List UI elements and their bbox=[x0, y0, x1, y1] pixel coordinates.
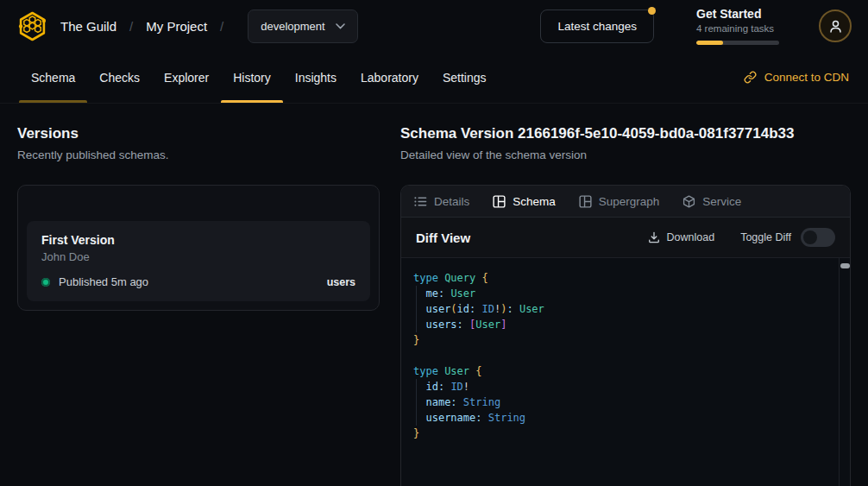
code-line: type User { bbox=[413, 363, 836, 379]
target-selector-value: development bbox=[261, 20, 324, 33]
versions-subtitle: Recently published schemas. bbox=[17, 148, 380, 163]
versions-title: Versions bbox=[17, 124, 380, 143]
sdl-code-viewer[interactable]: type Query { me: User user(id: ID!): Use… bbox=[401, 258, 850, 486]
download-label: Download bbox=[667, 231, 715, 243]
breadcrumb-separator: / bbox=[129, 19, 133, 34]
code-line: } bbox=[413, 426, 836, 441]
columns-icon bbox=[579, 195, 592, 208]
nav-tab-explorer[interactable]: Explorer bbox=[152, 52, 221, 103]
latest-changes-button[interactable]: Latest changes bbox=[540, 9, 654, 43]
nav-tab-settings[interactable]: Settings bbox=[431, 52, 499, 103]
diff-view-title: Diff View bbox=[416, 230, 470, 245]
connect-to-cdn-label: Connect to CDN bbox=[764, 71, 849, 84]
breadcrumb-project[interactable]: My Project bbox=[146, 19, 207, 34]
nav-tab-checks[interactable]: Checks bbox=[87, 52, 152, 103]
tab-details[interactable]: Details bbox=[414, 195, 469, 208]
code-scrollbar[interactable] bbox=[839, 258, 850, 486]
nav-tab-history[interactable]: History bbox=[221, 52, 283, 103]
notification-dot bbox=[648, 7, 656, 15]
breadcrumb: The Guild / My Project / bbox=[60, 19, 223, 34]
page-tabs: Schema Checks Explorer History Insights … bbox=[0, 52, 868, 104]
nav-tab-label: Schema bbox=[31, 71, 75, 85]
tab-service[interactable]: Service bbox=[682, 195, 741, 208]
tab-label: Supergraph bbox=[599, 195, 660, 208]
nav-tab-label: History bbox=[233, 71, 271, 85]
user-avatar-button[interactable] bbox=[819, 9, 852, 42]
toggle-diff-label: Toggle Diff bbox=[740, 231, 791, 243]
toggle-diff-switch[interactable] bbox=[801, 228, 835, 247]
code-line: id: ID! bbox=[413, 379, 836, 394]
get-started-progress-track bbox=[696, 41, 779, 45]
latest-changes-label: Latest changes bbox=[557, 20, 637, 33]
version-list-item[interactable]: First Version John Doe Published 5m ago … bbox=[27, 221, 370, 301]
nav-tab-insights[interactable]: Insights bbox=[283, 52, 349, 103]
code-line: user(id: ID!): User bbox=[413, 301, 836, 317]
code-line: me: User bbox=[413, 286, 836, 301]
connect-to-cdn-link[interactable]: Connect to CDN bbox=[744, 52, 849, 103]
download-icon bbox=[648, 231, 660, 243]
version-service-badge: users bbox=[327, 276, 355, 288]
code-line: name: String bbox=[413, 394, 836, 410]
target-selector[interactable]: development bbox=[248, 9, 357, 43]
nav-tab-label: Insights bbox=[295, 71, 337, 85]
columns-icon bbox=[493, 195, 506, 208]
scrollbar-thumb[interactable] bbox=[840, 263, 850, 268]
link-icon bbox=[744, 71, 757, 84]
version-author: John Doe bbox=[41, 250, 355, 264]
code-line: type Query { bbox=[413, 270, 836, 286]
schema-detail-card: Details Schema Supergraph bbox=[400, 185, 851, 486]
guild-logo-icon[interactable] bbox=[16, 10, 48, 42]
tab-supergraph[interactable]: Supergraph bbox=[579, 195, 660, 208]
tab-schema[interactable]: Schema bbox=[493, 195, 556, 208]
detail-tab-bar: Details Schema Supergraph bbox=[401, 186, 850, 218]
breadcrumb-separator: / bbox=[220, 19, 223, 34]
versions-panel: Versions Recently published schemas. Fir… bbox=[17, 124, 380, 486]
nav-tab-label: Checks bbox=[99, 71, 140, 85]
main-content: Versions Recently published schemas. Fir… bbox=[0, 104, 868, 486]
breadcrumb-org[interactable]: The Guild bbox=[60, 19, 116, 34]
toggle-knob bbox=[803, 230, 817, 244]
code-line: } bbox=[413, 332, 836, 348]
cube-icon bbox=[682, 195, 695, 208]
top-header: The Guild / My Project / development Lat… bbox=[0, 0, 868, 52]
get-started-widget[interactable]: Get Started 4 remaining tasks bbox=[696, 7, 779, 45]
nav-tab-label: Settings bbox=[443, 71, 487, 85]
code-lines: type Query { me: User user(id: ID!): Use… bbox=[413, 270, 836, 441]
version-detail-title: Schema Version 2166196f-5e10-4059-bd0a-0… bbox=[400, 124, 851, 143]
get-started-subtitle: 4 remaining tasks bbox=[696, 22, 779, 35]
nav-tab-laboratory[interactable]: Laboratory bbox=[349, 52, 431, 103]
published-status-dot-icon bbox=[41, 278, 50, 287]
diff-view-header: Diff View Download Toggle Diff bbox=[401, 218, 850, 258]
nav-tab-schema[interactable]: Schema bbox=[19, 52, 87, 103]
version-name: First Version bbox=[41, 232, 355, 248]
version-status: Published 5m ago bbox=[59, 275, 148, 288]
chevron-down-icon bbox=[336, 23, 345, 29]
tab-label: Service bbox=[702, 195, 741, 208]
version-detail-panel: Schema Version 2166196f-5e10-4059-bd0a-0… bbox=[400, 124, 851, 486]
get-started-progress-fill bbox=[696, 41, 723, 45]
list-icon bbox=[414, 195, 427, 208]
get-started-title: Get Started bbox=[696, 7, 779, 22]
code-line: users: [User] bbox=[413, 317, 836, 332]
person-icon bbox=[828, 19, 843, 34]
code-line bbox=[413, 348, 836, 363]
tab-label: Details bbox=[434, 195, 469, 208]
nav-tab-label: Explorer bbox=[164, 71, 209, 85]
versions-list-card: First Version John Doe Published 5m ago … bbox=[17, 185, 380, 311]
version-meta-row: Published 5m ago users bbox=[41, 275, 355, 288]
code-line: username: String bbox=[413, 410, 836, 426]
nav-tab-label: Laboratory bbox=[361, 71, 418, 85]
tab-label: Schema bbox=[513, 195, 556, 208]
download-button[interactable]: Download bbox=[648, 231, 715, 243]
version-detail-subtitle: Detailed view of the schema version bbox=[400, 148, 851, 163]
